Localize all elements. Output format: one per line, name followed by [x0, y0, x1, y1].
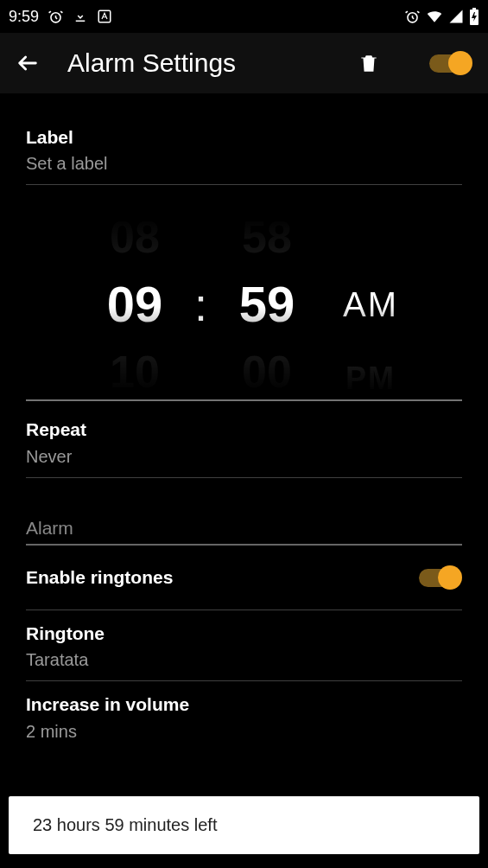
label-title: Label — [26, 124, 462, 150]
content: Label Set a label 08 09 10 : 58 59 00 AM… — [0, 93, 488, 752]
increase-volume-row[interactable]: Increase in volume 2 mins — [26, 681, 462, 751]
enable-ringtones-toggle[interactable] — [417, 565, 462, 590]
ringtone-title: Ringtone — [26, 621, 462, 646]
status-bar: 9:59 — [0, 0, 488, 33]
snackbar-text: 23 hours 59 minutes left — [33, 815, 217, 834]
alarm-enabled-toggle[interactable] — [428, 50, 472, 76]
ampm-below: PM — [345, 363, 396, 394]
hour-value: 09 — [107, 279, 163, 329]
status-time: 9:59 — [9, 8, 39, 26]
minute-below: 00 — [242, 349, 292, 394]
download-icon — [73, 9, 88, 24]
ampm-value: AM — [343, 287, 398, 322]
battery-icon — [469, 8, 479, 25]
page-title: Alarm Settings — [67, 48, 329, 78]
repeat-value: Never — [26, 444, 462, 469]
label-value: Set a label — [26, 151, 462, 176]
hour-below: 10 — [110, 349, 160, 394]
label-row[interactable]: Label Set a label — [26, 114, 462, 185]
signal-icon — [448, 9, 464, 24]
repeat-row[interactable]: Repeat Never — [26, 406, 462, 477]
hour-column[interactable]: 08 09 10 — [87, 209, 182, 399]
delete-button[interactable] — [353, 48, 384, 79]
wifi-icon — [426, 9, 443, 24]
ampm-column[interactable]: AM PM — [314, 209, 401, 399]
ringtone-value: Taratata — [26, 648, 462, 672]
increase-volume-value: 2 mins — [26, 719, 462, 744]
app-bar: Alarm Settings — [0, 33, 488, 93]
snackbar: 23 hours 59 minutes left — [9, 796, 479, 854]
enable-ringtones-row[interactable]: Enable ringtones — [26, 546, 462, 610]
increase-volume-title: Increase in volume — [26, 692, 462, 717]
section-header-alarm: Alarm — [26, 478, 462, 546]
language-icon — [97, 9, 112, 24]
time-picker[interactable]: 08 09 10 : 58 59 00 AM PM — [26, 209, 462, 401]
minute-above: 58 — [242, 214, 292, 259]
back-button[interactable] — [12, 48, 43, 79]
repeat-title: Repeat — [26, 417, 462, 442]
enable-ringtones-title: Enable ringtones — [26, 565, 173, 590]
ringtone-row[interactable]: Ringtone Taratata — [26, 610, 462, 681]
hour-above: 08 — [110, 214, 160, 259]
minute-column[interactable]: 58 59 00 — [219, 209, 314, 399]
alarm-icon — [48, 9, 64, 25]
alarm-icon — [404, 9, 421, 25]
minute-value: 59 — [239, 279, 295, 329]
time-colon: : — [182, 278, 219, 331]
svg-rect-4 — [472, 8, 476, 10]
